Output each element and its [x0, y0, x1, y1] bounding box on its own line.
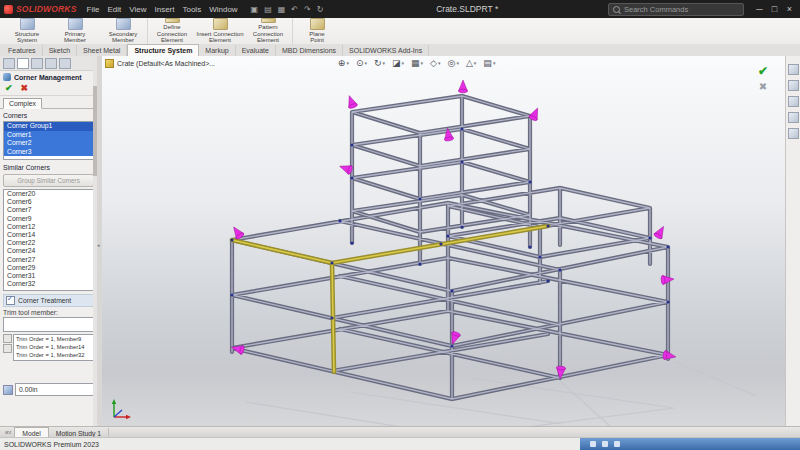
similar-corner-item[interactable]: Corner32 [4, 280, 93, 288]
trim-tool-member-box[interactable] [3, 317, 94, 332]
display-style-icon[interactable]: ◇▾ [430, 58, 440, 68]
trim-order-up-button[interactable] [3, 334, 12, 343]
trim-order-item[interactable]: Trim Order = 1, Member32 [14, 351, 93, 359]
cancel-button[interactable]: ✖ [21, 83, 29, 93]
minimize-button[interactable]: ─ [752, 4, 767, 14]
new-document-icon[interactable]: ▣ [248, 5, 262, 14]
tab-sheet-metal[interactable]: Sheet Metal [77, 45, 127, 56]
heads-up-view-toolbar: ⊕▾ ⊙▾ ↻▾ ◪▾ ▦▾ ◇▾ ◎▾ △▾ ▤▾ [332, 56, 502, 70]
similar-corners-listbox[interactable]: Corner20Corner6Corner7Corner9Corner12Cor… [3, 189, 94, 291]
similar-corner-item[interactable]: Corner20 [4, 190, 93, 198]
menu-item[interactable]: Edit [103, 5, 125, 14]
complex-mode-tab[interactable]: Complex [3, 98, 42, 109]
trim-order-item[interactable]: Trim Order = 1, Member9 [14, 335, 93, 343]
status-text: SOLIDWORKS Premium 2023 [4, 441, 99, 448]
corner-treatment-checkbox[interactable] [6, 296, 15, 305]
status-icon-1[interactable] [590, 441, 596, 447]
insert-connection-element-button[interactable]: Insert ConnectionElement [196, 18, 244, 44]
close-button[interactable]: × [782, 4, 797, 14]
tab-structure-system[interactable]: Structure System [127, 44, 199, 56]
task-pane-strip [785, 56, 800, 427]
menu-item[interactable]: Tools [178, 5, 205, 14]
similar-corner-item[interactable]: Corner22 [4, 239, 93, 247]
dimxpertmanager-tab[interactable] [45, 58, 57, 69]
menu-item[interactable]: View [125, 5, 150, 14]
view-orientation-icon[interactable]: ▦▾ [411, 58, 423, 68]
file-explorer-icon[interactable] [788, 96, 799, 107]
confirm-cancel-icon[interactable]: ✖ [759, 81, 767, 92]
scene-icon[interactable]: ▤▾ [483, 58, 495, 68]
rotate-view-icon[interactable]: ↻▾ [374, 58, 385, 68]
trim-order-down-button[interactable] [3, 344, 12, 353]
tab-features[interactable]: Features [2, 45, 43, 56]
tab-scroll-arrows[interactable]: «‹ [2, 429, 14, 436]
corner-management-icon [3, 73, 11, 81]
design-library-icon[interactable] [788, 80, 799, 91]
featuremanager-tree-tab[interactable] [3, 58, 15, 69]
search-commands-box[interactable]: Search Commands [608, 3, 744, 16]
offset-value-field[interactable]: 0.00in [15, 383, 94, 396]
primary-member-button[interactable]: PrimaryMember [51, 18, 99, 44]
corners-listbox[interactable]: Corner Group1Corner1Corner2Corner3 [3, 121, 94, 160]
secondary-member-button[interactable]: SecondaryMember [99, 18, 147, 44]
save-icon[interactable]: ▦ [275, 5, 289, 14]
propertymanager-tab[interactable] [17, 58, 29, 69]
ground-reflection [246, 362, 756, 427]
corner-list-item[interactable]: Corner1 [4, 131, 93, 140]
tab-markup[interactable]: Markup [199, 45, 235, 56]
define-connection-element-button[interactable]: Define ConnectionElement [147, 18, 196, 44]
section-view-icon[interactable]: ◪▾ [392, 58, 404, 68]
plane-point-button[interactable]: PlanePoint [292, 18, 341, 44]
similar-corner-item[interactable]: Corner12 [4, 223, 93, 231]
corner-list-item[interactable]: Corner3 [4, 148, 93, 157]
chevron-down-icon: ▾ [421, 60, 424, 66]
hide-show-icon[interactable]: ◎▾ [448, 58, 459, 68]
3d-model-canvas[interactable] [102, 56, 786, 427]
zoom-area-icon[interactable]: ⊙▾ [356, 58, 367, 68]
menu-item[interactable]: Insert [150, 5, 178, 14]
group-similar-corners-button[interactable]: Group Similar Corners [3, 174, 94, 187]
status-icon-3[interactable] [614, 441, 620, 447]
ribbon-button-icon [165, 18, 180, 23]
similar-corner-item[interactable]: Corner24 [4, 247, 93, 255]
similar-corner-item[interactable]: Corner14 [4, 231, 93, 239]
ok-button[interactable]: ✔ [5, 83, 13, 93]
graphics-viewport[interactable]: Crate (Default<As Machined>... ⊕▾ ⊙▾ ↻▾ … [102, 56, 786, 427]
menu-item[interactable]: Window [205, 5, 241, 14]
similar-corner-item[interactable]: Corner6 [4, 198, 93, 206]
undo-icon[interactable]: ↶ [288, 5, 301, 14]
similar-corner-item[interactable]: Corner27 [4, 256, 93, 264]
menu-item[interactable]: File [83, 5, 104, 14]
similar-corner-item[interactable]: Corner7 [4, 206, 93, 214]
similar-corner-item[interactable]: Corner31 [4, 272, 93, 280]
trim-order-item[interactable]: Trim Order = 1, Member14 [14, 343, 93, 351]
status-icon-2[interactable] [602, 441, 608, 447]
rebuild-icon[interactable]: ↻ [314, 5, 327, 14]
pattern-connection-element-button[interactable]: Pattern ConnectionElement [244, 18, 292, 44]
configurationmanager-tab[interactable] [31, 58, 43, 69]
corner-list-item[interactable]: Corner2 [4, 139, 93, 148]
tab-evaluate[interactable]: Evaluate [236, 45, 276, 56]
corner-treatment-row: Corner Treatment [3, 294, 94, 307]
custom-properties-icon[interactable] [788, 128, 799, 139]
command-ribbon: StructureSystem PrimaryMember SecondaryM… [0, 18, 800, 45]
tab-mbd-dimensions[interactable]: MBD Dimensions [276, 45, 343, 56]
appearance-icon[interactable]: △▾ [466, 58, 476, 68]
resources-icon[interactable] [788, 64, 799, 75]
structure-system-button[interactable]: StructureSystem [3, 18, 51, 44]
displaymanager-tab[interactable] [59, 58, 71, 69]
confirm-ok-icon[interactable]: ✔ [758, 64, 768, 78]
similar-corner-item[interactable]: Corner9 [4, 215, 93, 223]
panel-actions: ✔ ✖ [0, 83, 97, 96]
trim-order-listbox[interactable]: Trim Order = 1, Member9Trim Order = 1, M… [13, 334, 94, 361]
tab-solidworks-add-ins[interactable]: SOLIDWORKS Add-Ins [343, 45, 429, 56]
corner-list-item[interactable]: Corner Group1 [4, 122, 93, 131]
open-document-icon[interactable]: ▤ [261, 5, 275, 14]
tab-sketch[interactable]: Sketch [43, 45, 77, 56]
redo-icon[interactable]: ↷ [301, 5, 314, 14]
appearances-icon[interactable] [788, 112, 799, 123]
maximize-button[interactable]: □ [767, 4, 782, 14]
zoom-fit-icon[interactable]: ⊕▾ [338, 58, 349, 68]
breadcrumb[interactable]: Crate (Default<As Machined>... [105, 59, 215, 68]
similar-corner-item[interactable]: Corner29 [4, 264, 93, 272]
